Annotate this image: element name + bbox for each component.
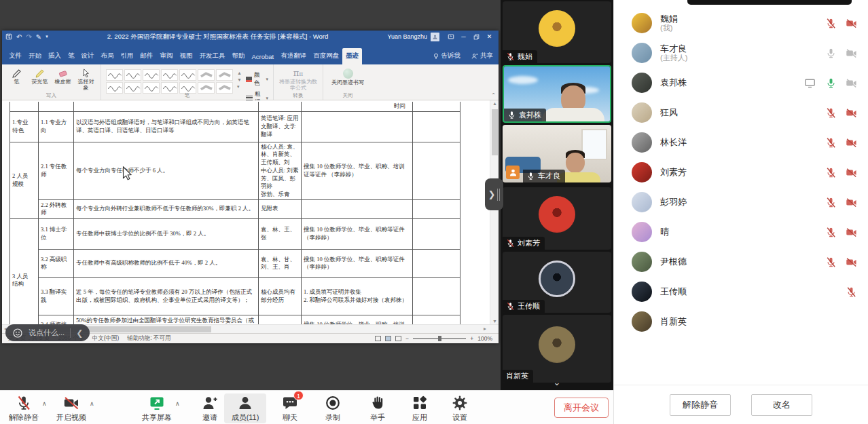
- chevron-up-icon[interactable]: ∧: [175, 400, 180, 407]
- ribbon-tab-开发工具[interactable]: 开发工具: [196, 48, 229, 64]
- toolbar-record-button[interactable]: 录制: [312, 393, 354, 423]
- read-mode-icon[interactable]: [375, 336, 381, 341]
- video-tile-肖新英[interactable]: 肖新英: [503, 315, 611, 383]
- participant-row-彭羽婷[interactable]: 彭羽婷: [614, 187, 868, 217]
- pen-style-swatch[interactable]: [198, 69, 215, 81]
- ribbon-tab-Acrobat[interactable]: Acrobat: [249, 50, 278, 64]
- ribbon-tab-邮件[interactable]: 邮件: [137, 48, 157, 64]
- accessibility-status[interactable]: 辅助功能: 不可用: [127, 334, 170, 343]
- ribbon-tab-开始[interactable]: 开始: [25, 48, 45, 64]
- toolbar-members-button[interactable]: 成员(11): [224, 393, 266, 423]
- select-objects-button[interactable]: 选择对象: [76, 66, 96, 92]
- unmute-button[interactable]: 解除静音: [670, 394, 731, 416]
- pen-style-swatch[interactable]: [124, 69, 141, 81]
- ink-color-dropdown[interactable]: 颜色▾: [246, 71, 268, 88]
- participant-row-肖新英[interactable]: 肖新英: [614, 307, 868, 336]
- participant-row-王传顺[interactable]: 王传顺: [614, 277, 868, 307]
- pen-style-swatch[interactable]: [216, 69, 233, 81]
- participant-row-狂风[interactable]: 狂风: [614, 98, 868, 128]
- scroll-up-icon[interactable]: ▲: [490, 101, 499, 106]
- video-tile-王传顺[interactable]: 王传顺: [503, 252, 611, 313]
- ribbon-tab-设计[interactable]: 设计: [78, 48, 98, 64]
- print-layout-icon[interactable]: [385, 336, 391, 341]
- smiley-icon[interactable]: [12, 328, 23, 339]
- draw-icon[interactable]: ✎: [36, 33, 41, 41]
- participant-row-魏娟[interactable]: 魏娟 (我): [614, 8, 868, 38]
- restore-button[interactable]: [471, 32, 482, 41]
- web-layout-icon[interactable]: [395, 336, 401, 341]
- close-button[interactable]: ✕: [484, 32, 495, 41]
- toolbar-share-button[interactable]: 共享屏幕: [136, 393, 178, 423]
- scrollbar-thumb[interactable]: [492, 109, 498, 155]
- ribbon-tab-有道翻译[interactable]: 有道翻译: [277, 48, 310, 64]
- toolbar-settings-button[interactable]: 设置: [439, 393, 481, 423]
- video-tile-车才良[interactable]: 车才良: [503, 125, 611, 182]
- ribbon-tab-笔[interactable]: 笔: [65, 48, 78, 64]
- vertical-scrollbar[interactable]: ▲ ▼: [490, 100, 499, 324]
- pen-style-swatch[interactable]: [106, 69, 123, 81]
- scroll-down-icon[interactable]: ▼: [490, 319, 499, 324]
- chevron-left-icon[interactable]: ❮: [76, 328, 83, 338]
- video-tile-刘素芳[interactable]: 刘素芳: [503, 187, 611, 250]
- participant-row-晴[interactable]: 晴: [614, 217, 868, 247]
- ribbon-group-pens: ▲▼▾ 颜色▾ 粗细▾ 笔: [101, 64, 274, 100]
- zoom-slider-knob[interactable]: [438, 336, 441, 341]
- toolbar-chat-button[interactable]: 1聊天: [269, 393, 311, 423]
- scroll-right-icon[interactable]: ▸: [484, 326, 486, 332]
- language-indicator[interactable]: 中文(中国): [92, 334, 120, 343]
- mic-muted-icon: [825, 197, 837, 208]
- minimize-button[interactable]: ─: [458, 32, 469, 41]
- ribbon-tab-百度网盘[interactable]: 百度网盘: [310, 48, 342, 64]
- ribbon-tab-文件[interactable]: 文件: [5, 48, 25, 64]
- ribbon-collapse-icon[interactable]: ⌃: [491, 92, 496, 98]
- toolbar-unmute-button[interactable]: 解除静音: [3, 393, 45, 423]
- eraser-tool-button[interactable]: 橡皮擦: [53, 66, 73, 85]
- zoom-level[interactable]: 100%: [477, 335, 492, 342]
- leave-meeting-button[interactable]: 离开会议: [554, 398, 609, 418]
- zoom-out-icon[interactable]: −: [405, 335, 409, 342]
- ribbon-tab-视图[interactable]: 视图: [177, 48, 196, 64]
- ribbon-tab-布局[interactable]: 布局: [98, 48, 117, 64]
- share-button[interactable]: 共享: [471, 52, 493, 60]
- rename-button[interactable]: 改名: [751, 394, 812, 416]
- participant-row-刘素芳[interactable]: 刘素芳: [614, 157, 868, 187]
- undo-icon[interactable]: ↶: [16, 33, 22, 41]
- chevron-down-icon[interactable]: ⌄: [554, 377, 561, 387]
- close-ink-button[interactable]: 关闭墨迹书写: [328, 66, 367, 85]
- redo-icon[interactable]: ↷: [26, 33, 31, 41]
- ribbon-tab-引用[interactable]: 引用: [117, 48, 137, 64]
- chat-placeholder[interactable]: 说点什么...: [29, 328, 65, 338]
- pen-style-swatch[interactable]: [179, 69, 196, 81]
- gallery-scroll-arrows[interactable]: ▲▼▾: [237, 71, 242, 90]
- participant-row-袁邦株[interactable]: 袁邦株: [614, 68, 868, 98]
- account-area[interactable]: Yuan Bangzhu: [387, 33, 439, 41]
- ribbon-tab-审阅[interactable]: 审阅: [157, 48, 177, 64]
- participant-row-尹根德[interactable]: 尹根德: [614, 247, 868, 277]
- ribbon-display-icon[interactable]: [445, 32, 456, 41]
- zoom-in-icon[interactable]: +: [470, 335, 473, 342]
- sidebar-collapse-handle[interactable]: ❯: [485, 178, 503, 210]
- tell-me-box[interactable]: 告诉我: [433, 52, 461, 60]
- save-icon[interactable]: [5, 33, 12, 40]
- participant-row-林长洋[interactable]: 林长洋: [614, 128, 868, 157]
- chevron-up-icon[interactable]: ∧: [90, 400, 94, 407]
- video-tile-袁邦株[interactable]: 袁邦株: [503, 65, 611, 123]
- quick-chat-overlay[interactable]: 说点什么... ❮: [5, 324, 90, 341]
- pen-style-swatch[interactable]: [143, 69, 160, 81]
- highlighter-tool-button[interactable]: 荧光笔: [30, 66, 50, 85]
- pen-style-swatch[interactable]: [161, 69, 178, 81]
- chevron-up-icon[interactable]: ∧: [42, 400, 47, 407]
- toolbar-raise-button[interactable]: 举手: [357, 393, 399, 423]
- participant-row-车才良[interactable]: 车才良 (主持人): [614, 38, 868, 68]
- ribbon-tab-帮助[interactable]: 帮助: [229, 48, 249, 64]
- qat-more-icon[interactable]: ▾: [46, 34, 48, 39]
- ribbon-tab-插入[interactable]: 插入: [45, 48, 65, 64]
- zoom-slider[interactable]: [413, 338, 466, 339]
- pen-tool-button[interactable]: 笔: [7, 66, 26, 85]
- ribbon-tab-墨迹[interactable]: 墨迹: [342, 48, 362, 64]
- document-canvas[interactable]: 时间 1.专业 特色 1.1 专业方向 以汉语与外语组成翻译语对，与笔译和口译组…: [2, 100, 499, 324]
- toolbar-video-button[interactable]: 开启视频: [50, 393, 92, 423]
- pen-style-gallery[interactable]: [106, 69, 233, 94]
- toolbar-apps-button[interactable]: 应用: [399, 393, 441, 423]
- video-tile-魏娟[interactable]: 魏娟: [503, 1, 611, 63]
